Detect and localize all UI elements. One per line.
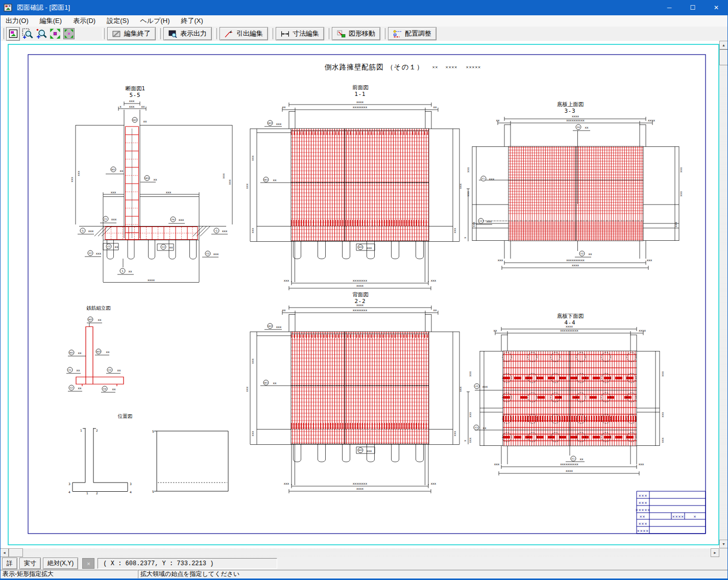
svg-text:xx: xx [106, 350, 110, 354]
svg-text:1: 1 [86, 491, 88, 495]
svg-text:xx: xx [588, 252, 592, 256]
svg-text:xxx: xxx [639, 462, 644, 466]
dimension-edit-icon [281, 30, 289, 38]
menu-help[interactable]: ヘルプ(H) [135, 15, 176, 27]
svg-text:F1: F1 [482, 178, 485, 180]
svg-text:xxxx: xxxx [572, 114, 579, 118]
scroll-down-button[interactable]: ▼ [719, 540, 728, 548]
svg-text:F4: F4 [172, 218, 175, 221]
svg-text:鉄筋組立図: 鉄筋組立図 [86, 305, 111, 311]
svg-text:F1: F1 [572, 458, 575, 460]
svg-text:xxxxxxxxxx: xxxxxxxxxx [560, 329, 578, 332]
svg-text:底板下面図: 底板下面図 [557, 313, 584, 319]
horizontal-scrollbar[interactable]: ◄ ► [0, 548, 719, 557]
svg-text:W3: W3 [358, 246, 362, 248]
svg-text:xx: xx [98, 318, 102, 321]
window-title: 図面確認 - [図面1] [17, 3, 70, 12]
mode-message: 表示-矩形指定拡大 [0, 570, 138, 578]
print-preview-button[interactable] [6, 27, 20, 41]
scroll-up-button[interactable]: ▲ [719, 41, 728, 49]
svg-text:1-1: 1-1 [354, 91, 366, 97]
window-border-left [0, 15, 1, 578]
svg-text:xxx: xxx [674, 221, 677, 227]
toolbar-grip [327, 28, 329, 39]
svg-text:xxxx: xxxx [572, 263, 579, 267]
svg-text:W2: W2 [88, 318, 92, 321]
absolute-xy-button[interactable]: 絶対(X,Y) [43, 558, 78, 569]
svg-text:F4: F4 [577, 126, 580, 129]
svg-text:xxx: xxx [284, 482, 289, 485]
svg-text:4: 4 [130, 490, 132, 494]
drawing-canvas[interactable]: 側水路擁壁配筋図 （その１） ×× ×××× ××××× 断面図1 5-5 xx… [0, 41, 719, 548]
svg-text:xxx: xxx [466, 167, 470, 172]
svg-text:xxx: xxx [179, 218, 184, 221]
svg-text:F3: F3 [162, 246, 165, 248]
edit-end-button[interactable]: 編集終了 [107, 27, 156, 40]
svg-text:xxx: xxx [679, 167, 683, 172]
shape-move-button[interactable]: 図形移動 [332, 27, 380, 40]
dimension-edit-button[interactable]: 寸法編集 [276, 27, 324, 40]
svg-text:xx: xx [76, 368, 80, 372]
titlebar[interactable]: 図面確認 - [図面1] ─ ☐ ✕ [0, 0, 728, 15]
maximize-button[interactable]: ☐ [681, 0, 705, 15]
svg-text:W2: W2 [133, 119, 137, 121]
display-output-label: 表示出力 [180, 29, 207, 38]
shape-move-icon [337, 30, 346, 38]
layout-adjust-button[interactable]: 配置調整 [388, 27, 436, 40]
fit-extents-button[interactable] [48, 28, 61, 40]
svg-text:xx: xx [78, 386, 82, 390]
svg-text:4: 4 [68, 490, 70, 494]
svg-text:2: 2 [96, 491, 98, 495]
fit-window-button[interactable] [62, 28, 75, 40]
svg-text:xxx: xxx [468, 371, 472, 376]
close-button[interactable]: ✕ [705, 0, 728, 15]
zoom-rect-icon [22, 28, 33, 39]
svg-text:F3: F3 [475, 426, 478, 429]
menu-output[interactable]: 出力(O) [0, 15, 34, 27]
scroll-left-button[interactable]: ◄ [0, 548, 9, 557]
svg-text:xxx: xxx [453, 228, 456, 233]
svg-text:xxx: xxx [111, 190, 116, 194]
menu-view[interactable]: 表示(D) [67, 15, 101, 27]
svg-text:W3: W3 [145, 177, 149, 180]
svg-text:xxx: xxx [453, 431, 456, 436]
svg-text:xxxxxxxxxx: xxxxxxxxxx [566, 258, 585, 262]
svg-text:xxx: xxx [472, 221, 475, 227]
svg-text:xxxx: xxxx [356, 100, 364, 104]
leader-edit-button[interactable]: 引出編集 [220, 27, 268, 40]
actual-size-button[interactable]: 実寸 [19, 558, 41, 569]
svg-text:G: G [82, 230, 84, 232]
svg-text:xxxx: xxxx [639, 329, 646, 332]
svg-text:××××: ×××× [637, 529, 648, 533]
svg-text:××: ×× [432, 65, 438, 69]
svg-text:W3: W3 [96, 350, 101, 353]
minimize-button[interactable]: ─ [658, 0, 681, 15]
svg-text:F2: F2 [479, 220, 482, 222]
svg-text:xxx: xxx [661, 371, 664, 376]
display-output-button[interactable]: 表示出力 [163, 27, 212, 40]
svg-text:前面図: 前面図 [352, 84, 369, 90]
horizontal-scroll-thumb[interactable] [9, 548, 23, 557]
zoom-rect-button[interactable] [21, 28, 34, 40]
layout-adjust-icon [393, 30, 402, 38]
coords-close-button[interactable]: × [82, 558, 94, 569]
svg-text:F3: F3 [206, 253, 209, 255]
svg-text:F2: F2 [475, 385, 478, 388]
app-icon [4, 3, 13, 12]
svg-text:xxx: xxx [498, 258, 503, 262]
zoom-in-icon [36, 28, 47, 39]
vertical-scrollbar[interactable]: ▲ ▼ [719, 41, 728, 548]
vertical-scroll-thumb[interactable] [719, 49, 728, 65]
fit-extents-icon [50, 28, 61, 39]
leader-edit-label: 引出編集 [236, 29, 263, 38]
scrollbar-corner [719, 548, 728, 557]
scroll-right-button[interactable]: ► [711, 548, 719, 557]
svg-text:×××××: ××××× [635, 508, 650, 512]
zoom-in-button[interactable] [35, 28, 47, 40]
menu-exit[interactable]: 終了(X) [175, 15, 208, 27]
svg-text:×××: ××× [638, 522, 647, 526]
detail-button[interactable]: 詳 [2, 558, 17, 569]
menu-settings[interactable]: 設定(S) [101, 15, 134, 27]
menu-edit[interactable]: 編集(E) [34, 15, 67, 27]
svg-text:F2: F2 [70, 387, 73, 389]
